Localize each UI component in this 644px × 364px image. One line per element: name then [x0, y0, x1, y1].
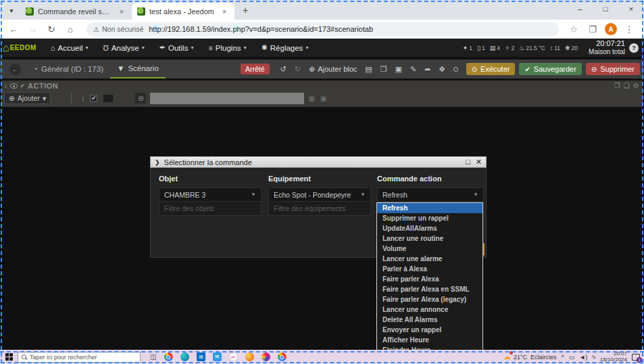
- share-icon[interactable]: ➦: [420, 65, 435, 74]
- equipment-select[interactable]: Echo Spot - Pondepeyre ▼: [268, 187, 371, 202]
- menu-outils[interactable]: ✒ Outils ▾: [152, 39, 201, 57]
- dropdown-option[interactable]: Faire parler Alexa: [377, 274, 482, 284]
- dropdown-option[interactable]: UpdateAllAlarms: [377, 223, 482, 233]
- check-icon[interactable]: ✔: [20, 83, 26, 89]
- redo-icon[interactable]: ↻: [291, 65, 305, 74]
- drag-handle-icon[interactable]: ↕: [81, 95, 84, 102]
- chrome-active-app-icon[interactable]: [274, 350, 290, 363]
- status-light[interactable]: ✧2: [505, 45, 514, 51]
- paste-icon[interactable]: ❏: [624, 82, 630, 89]
- search-icon[interactable]: [449, 65, 462, 73]
- edit-icon[interactable]: ✎: [406, 65, 420, 74]
- dropdown-option[interactable]: Delete All Alarms: [377, 315, 482, 325]
- remove-block-icon[interactable]: ⊖: [633, 82, 639, 89]
- edge-app-icon[interactable]: [176, 350, 193, 363]
- status-motion[interactable]: ❋20: [565, 45, 578, 51]
- object-select[interactable]: CHAMBRE 3 ▼: [159, 187, 262, 202]
- close-modal-icon[interactable]: ✕: [476, 158, 482, 166]
- copy-icon[interactable]: ❐: [614, 82, 620, 89]
- close-button[interactable]: ×: [618, 0, 644, 18]
- breadcrumb[interactable]: ◔ Général (ID : 173): [26, 60, 110, 78]
- cast-icon[interactable]: ▭: [569, 354, 575, 361]
- profile-avatar[interactable]: A: [605, 23, 617, 35]
- save-button[interactable]: ✔ Sauvegarder: [519, 63, 581, 75]
- security-chip[interactable]: ⚠ Non sécurisé: [93, 25, 143, 33]
- equipment-filter-input[interactable]: Filtre des équipements: [268, 202, 371, 216]
- dropdown-option[interactable]: Parler à Alexa: [377, 264, 482, 274]
- file-icon[interactable]: ▤: [361, 65, 376, 74]
- list-search-icon[interactable]: ▦: [308, 95, 314, 102]
- tray-clock[interactable]: 20:07 15/10/2024: [600, 351, 627, 363]
- view-name[interactable]: Maison total: [589, 48, 625, 56]
- maximize-modal-icon[interactable]: □: [466, 158, 470, 166]
- chrome-app-icon[interactable]: [160, 350, 176, 363]
- snipping-app-icon[interactable]: ✂: [225, 350, 241, 363]
- add-block-button[interactable]: ⊕ Ajouter bloc: [305, 65, 361, 74]
- option-box[interactable]: [103, 94, 114, 103]
- tab-scenario[interactable]: ▼ Scénario: [110, 60, 166, 78]
- paint-app-icon[interactable]: [257, 350, 274, 363]
- menu-analyse[interactable]: Ʊ Analyse ▾: [96, 39, 152, 57]
- execute-button[interactable]: ⊙ Exécuter: [466, 63, 516, 75]
- new-tab-button[interactable]: +: [237, 2, 253, 18]
- dropdown-option[interactable]: Lancer une routine: [377, 233, 482, 244]
- home-icon[interactable]: ⌂: [62, 21, 78, 37]
- task-view-icon[interactable]: ◫: [150, 353, 156, 361]
- back-button[interactable]: ←: [9, 64, 21, 75]
- delete-button[interactable]: ⊖ Supprimer: [586, 63, 640, 75]
- enabled-checkbox[interactable]: ✔: [90, 95, 97, 102]
- eye-icon[interactable]: [10, 83, 18, 89]
- address-bar[interactable]: ⚠ Non sécurisé http://192.168.1.59/index…: [86, 22, 559, 37]
- browser-tab-2[interactable]: test alexa - Jeedom ×: [132, 3, 234, 20]
- export-image-icon[interactable]: ▣: [391, 65, 406, 74]
- dropdown-option[interactable]: Refresh: [377, 203, 482, 213]
- add-action-button[interactable]: ⊕ Ajouter ▾: [4, 92, 51, 104]
- network-icon[interactable]: ϟ: [592, 354, 595, 361]
- sitemap-icon[interactable]: ✥: [435, 65, 449, 74]
- undo-icon[interactable]: ↺: [276, 65, 291, 74]
- menu-accueil[interactable]: ⌂ Accueil ▾: [43, 39, 96, 57]
- bookmark-star-icon[interactable]: ☆: [566, 21, 582, 37]
- kebab-menu-icon[interactable]: ⋮: [621, 21, 637, 37]
- save-small-icon[interactable]: ▣: [320, 95, 326, 102]
- status-alert[interactable]: ✦1: [463, 45, 472, 51]
- dropdown-option[interactable]: Volume: [377, 244, 482, 254]
- maximize-button[interactable]: □: [593, 0, 618, 18]
- mail-app-icon[interactable]: ✉: [209, 350, 225, 363]
- dropdown-option[interactable]: Lancer une annonce: [377, 304, 482, 315]
- object-filter-input[interactable]: Filtre des objets: [159, 202, 262, 216]
- tab-list-chevron-icon[interactable]: ▾: [4, 3, 19, 18]
- back-icon[interactable]: ←: [5, 21, 22, 37]
- start-button[interactable]: [0, 350, 18, 364]
- dropdown-option[interactable]: Faire parler Alexa (legacy): [377, 294, 482, 304]
- copy-icon[interactable]: ❐: [376, 65, 391, 74]
- minimize-button[interactable]: –: [567, 0, 593, 18]
- help-icon[interactable]: ?: [629, 43, 639, 53]
- taskbar-search[interactable]: Taper ici pour rechercher: [18, 352, 141, 363]
- firefox-app-icon[interactable]: [241, 350, 257, 363]
- menu-plugins[interactable]: ≡ Plugins ▾: [201, 39, 253, 57]
- modal-header[interactable]: ❯ Sélectionner la commande □ ✕: [150, 156, 487, 168]
- store-app-icon[interactable]: ⊞: [193, 350, 209, 363]
- status-temperature[interactable]: ♨21.5 °C: [519, 45, 545, 51]
- remove-action-icon[interactable]: ⊖: [135, 93, 146, 104]
- jeedom-logo[interactable]: ⌂ EEDOM: [3, 42, 36, 54]
- browser-tab-1[interactable]: Commande reveil suivant doc - ×: [20, 3, 132, 20]
- command-select[interactable]: Refresh ▼: [377, 187, 484, 202]
- tray-expand-icon[interactable]: ^: [562, 354, 564, 361]
- weather-widget[interactable]: ☁ 21°C Eclaircies: [503, 352, 557, 361]
- volume-icon[interactable]: ◄): [579, 354, 587, 361]
- drag-handle-icon[interactable]: ↕: [4, 83, 7, 89]
- tab-close-icon[interactable]: ×: [220, 7, 229, 16]
- forward-icon[interactable]: →: [24, 21, 41, 37]
- menu-reglages[interactable]: ✺ Réglages ▾: [254, 39, 316, 57]
- dropdown-option[interactable]: Supprimer un rappel: [377, 213, 482, 223]
- extensions-icon[interactable]: ❐: [585, 21, 601, 37]
- status-door[interactable]: ▯1: [477, 45, 485, 51]
- dropdown-option[interactable]: Afficher Heure: [377, 335, 482, 345]
- status-shutter[interactable]: ▤4: [490, 45, 500, 51]
- tab-close-icon[interactable]: ×: [117, 7, 126, 16]
- action-center-icon[interactable]: 3: [632, 354, 640, 361]
- dropdown-option[interactable]: Faire parler Alexa en SSML: [377, 284, 482, 294]
- dropdown-option[interactable]: Lancer une alarme: [377, 254, 482, 264]
